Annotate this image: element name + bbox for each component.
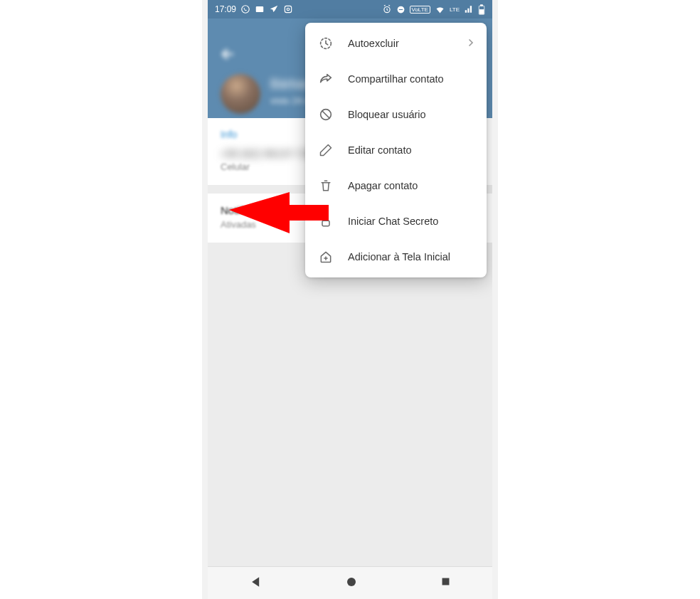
svg-rect-2	[285, 6, 291, 12]
nav-back[interactable]	[249, 575, 263, 592]
back-button[interactable]	[219, 46, 236, 65]
battery-icon	[478, 4, 485, 15]
menu-item-label: Bloquear usuário	[348, 109, 426, 120]
signal-icon	[464, 4, 474, 14]
menu-item-label: Adicionar à Tela Inicial	[348, 251, 450, 263]
trash-icon	[318, 178, 334, 194]
svg-rect-1	[256, 6, 264, 12]
svg-rect-8	[481, 4, 483, 6]
avatar[interactable]	[221, 74, 260, 114]
menu-item-add-homescreen[interactable]: Adicionar à Tela Inicial	[305, 239, 487, 275]
phone-frame: 17:09 VoLTE LTE Bárbara visto 24 de jun …	[208, 0, 492, 599]
message-icon	[255, 4, 265, 14]
dnd-icon	[396, 5, 405, 14]
wifi-icon	[435, 4, 445, 15]
chevron-right-icon	[465, 37, 477, 51]
status-bar: 17:09 VoLTE LTE	[208, 0, 492, 18]
menu-item-secret-chat[interactable]: Iniciar Chat Secreto	[305, 203, 487, 239]
telegram-icon	[269, 4, 279, 14]
volte-icon: VoLTE	[410, 6, 430, 14]
block-icon	[318, 107, 334, 122]
nav-home[interactable]	[345, 576, 358, 591]
lte-icon: LTE	[450, 6, 460, 13]
svg-rect-9	[479, 9, 484, 14]
android-nav-bar	[208, 566, 492, 599]
instagram-icon	[283, 4, 293, 14]
svg-rect-6	[398, 9, 402, 9]
status-time: 17:09	[215, 4, 236, 14]
menu-item-label: Apagar contato	[348, 180, 418, 191]
menu-item-autodelete[interactable]: Autoexcluir	[305, 26, 487, 61]
menu-item-block-user[interactable]: Bloquear usuário	[305, 97, 487, 132]
svg-point-3	[287, 8, 290, 11]
timer-icon	[318, 36, 334, 51]
nav-recent[interactable]	[440, 576, 452, 590]
svg-point-14	[347, 578, 356, 586]
menu-item-edit-contact[interactable]: Editar contato	[305, 132, 487, 168]
menu-item-label: Iniciar Chat Secreto	[348, 216, 438, 227]
svg-point-0	[242, 6, 250, 14]
menu-item-label: Editar contato	[348, 144, 411, 156]
home-add-icon	[318, 249, 334, 265]
menu-item-share-contact[interactable]: Compartilhar contato	[305, 61, 487, 97]
menu-item-label: Compartilhar contato	[348, 73, 444, 85]
whatsapp-icon	[240, 4, 250, 14]
menu-item-delete-contact[interactable]: Apagar contato	[305, 168, 487, 203]
menu-item-label: Autoexcluir	[348, 38, 399, 49]
pencil-icon	[318, 142, 334, 158]
lock-icon	[318, 213, 334, 229]
svg-rect-15	[442, 578, 449, 585]
alarm-icon	[382, 4, 392, 14]
overflow-menu: Autoexcluir Compartilhar contato Bloquea…	[305, 23, 487, 277]
share-icon	[318, 71, 334, 87]
svg-rect-12	[322, 221, 329, 226]
